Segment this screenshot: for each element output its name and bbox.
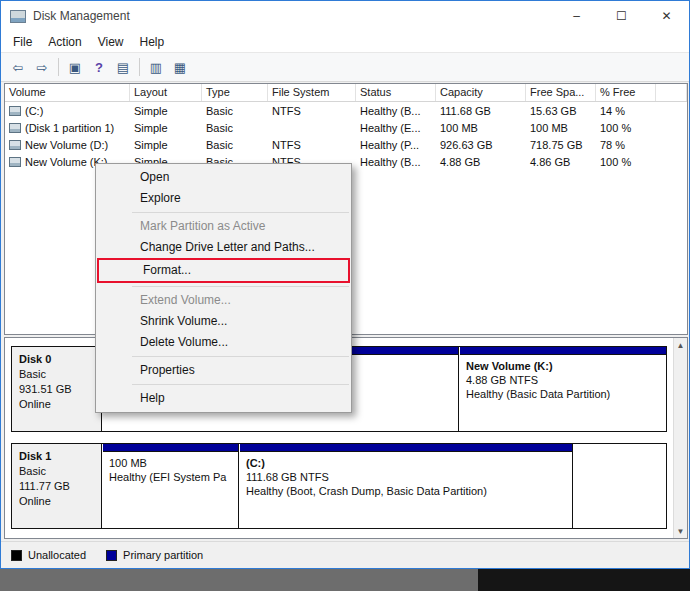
- context-menu-item-open[interactable]: Open: [96, 167, 351, 188]
- context-menu-item-delete-volume[interactable]: Delete Volume...: [96, 332, 351, 353]
- context-menu-item-shrink-volume[interactable]: Shrink Volume...: [96, 311, 351, 332]
- volume-free-space: 718.75 GB: [526, 139, 596, 151]
- legend-label: Primary partition: [123, 549, 203, 561]
- console-tree-icon[interactable]: ▣: [63, 56, 87, 79]
- column-header-layout[interactable]: Layout: [130, 84, 202, 101]
- partition-health: Healthy (Boot, Crash Dump, Basic Data Pa…: [246, 484, 566, 498]
- disk-1-graphic: 100 MB Healthy (EFI System Pa (C:) 111.6…: [103, 444, 666, 528]
- menu-separator: [132, 212, 349, 213]
- column-header-status[interactable]: Status: [356, 84, 436, 101]
- volume-capacity: 4.88 GB: [436, 156, 526, 168]
- partition-health: Healthy (Basic Data Partition): [466, 387, 660, 401]
- partition-size: 4.88 GB NTFS: [466, 373, 660, 387]
- graphical-view-icon[interactable]: ▦: [168, 56, 192, 79]
- volume-icon: [9, 123, 21, 133]
- volume-list-header: Volume Layout Type File System Status Ca…: [5, 84, 687, 102]
- volume-name: (C:): [25, 105, 43, 117]
- volume-free-space: 4.86 GB: [526, 156, 596, 168]
- volume-status: Healthy (B...: [356, 156, 436, 168]
- volume-type: Basic: [202, 122, 268, 134]
- volume-icon: [9, 140, 21, 150]
- disk-size: 931.51 GB: [19, 382, 94, 397]
- disk-list-view-icon[interactable]: ▥: [144, 56, 168, 79]
- column-header-file-system[interactable]: File System: [268, 84, 356, 101]
- partition-new-volume-k[interactable]: New Volume (K:) 4.88 GB NTFS Healthy (Ba…: [460, 347, 666, 431]
- primary-partition-strip: [460, 347, 666, 355]
- disk-name: Disk 0: [19, 352, 94, 367]
- legend-bar: Unallocated Primary partition: [1, 541, 689, 568]
- volume-type: Basic: [202, 139, 268, 151]
- forward-icon[interactable]: ⇨: [30, 56, 54, 79]
- volume-pct-free: 100 %: [596, 156, 656, 168]
- menu-view[interactable]: View: [90, 33, 132, 51]
- scroll-down-icon[interactable]: ▼: [674, 524, 687, 538]
- toolbar-separator: [58, 58, 59, 76]
- menu-help[interactable]: Help: [132, 33, 173, 51]
- partition-health: Healthy (EFI System Pa: [109, 470, 232, 484]
- volume-free-space: 100 MB: [526, 122, 596, 134]
- toolbar: ⇦ ⇨ ▣ ? ▤ ▥ ▦: [1, 52, 689, 82]
- context-menu-item-extend-volume: Extend Volume...: [96, 290, 351, 311]
- disk-name: Disk 1: [19, 449, 94, 464]
- menu-separator: [132, 384, 349, 385]
- context-menu-item-format[interactable]: Format...: [99, 260, 348, 281]
- volume-status: Healthy (B...: [356, 105, 436, 117]
- partition-name: New Volume (K:): [466, 359, 660, 373]
- column-header-capacity[interactable]: Capacity: [436, 84, 526, 101]
- table-row[interactable]: (Disk 1 partition 1) Simple Basic Health…: [5, 119, 687, 136]
- disk-status: Online: [19, 397, 94, 412]
- volume-icon: [9, 106, 21, 116]
- maximize-button[interactable]: ☐: [599, 1, 644, 31]
- unallocated-swatch-icon: [11, 550, 22, 561]
- volume-context-menu: Open Explore Mark Partition as Active Ch…: [95, 163, 352, 413]
- volume-layout: Simple: [130, 122, 202, 134]
- disk-size: 111.77 GB: [19, 479, 94, 494]
- legend-primary-partition: Primary partition: [106, 549, 203, 561]
- context-menu-item-explore[interactable]: Explore: [96, 188, 351, 209]
- disk-1-label[interactable]: Disk 1 Basic 111.77 GB Online: [12, 444, 102, 528]
- volume-capacity: 926.63 GB: [436, 139, 526, 151]
- vertical-scrollbar[interactable]: ▲ ▼: [673, 338, 687, 538]
- menu-file[interactable]: File: [5, 33, 40, 51]
- volume-pct-free: 100 %: [596, 122, 656, 134]
- volume-layout: Simple: [130, 105, 202, 117]
- context-menu-item-properties[interactable]: Properties: [96, 360, 351, 381]
- column-header-volume[interactable]: Volume: [5, 84, 130, 101]
- table-row[interactable]: New Volume (D:) Simple Basic NTFS Health…: [5, 136, 687, 153]
- context-menu-item-help[interactable]: Help: [96, 388, 351, 409]
- menubar: File Action View Help: [1, 31, 689, 52]
- taskbar-dark-segment: [478, 569, 690, 591]
- volume-free-space: 15.63 GB: [526, 105, 596, 117]
- disk-type: Basic: [19, 464, 94, 479]
- disk-1-row: Disk 1 Basic 111.77 GB Online 100 MB Hea…: [11, 443, 667, 529]
- window-title: Disk Management: [33, 9, 130, 23]
- table-row[interactable]: (C:) Simple Basic NTFS Healthy (B... 111…: [5, 102, 687, 119]
- help-icon[interactable]: ?: [87, 56, 111, 79]
- disk-0-label[interactable]: Disk 0 Basic 931.51 GB Online: [12, 347, 102, 431]
- empty-region: [574, 444, 666, 528]
- legend-label: Unallocated: [28, 549, 86, 561]
- window-controls: – ☐ ✕: [554, 1, 689, 31]
- toolbar-separator: [139, 58, 140, 76]
- action-pane-icon[interactable]: ▤: [111, 56, 135, 79]
- scroll-up-icon[interactable]: ▲: [674, 338, 687, 352]
- close-button[interactable]: ✕: [644, 1, 689, 31]
- menu-action[interactable]: Action: [40, 33, 89, 51]
- partition-efi-system[interactable]: 100 MB Healthy (EFI System Pa: [103, 444, 239, 528]
- minimize-button[interactable]: –: [554, 1, 599, 31]
- context-menu-item-change-drive-letter[interactable]: Change Drive Letter and Paths...: [96, 237, 351, 258]
- taskbar-strip: [0, 569, 690, 591]
- partition-size: 111.68 GB NTFS: [246, 470, 566, 484]
- legend-unallocated: Unallocated: [11, 549, 86, 561]
- volume-file-system: NTFS: [268, 105, 356, 117]
- volume-capacity: 111.68 GB: [436, 105, 526, 117]
- volume-pct-free: 14 %: [596, 105, 656, 117]
- back-icon[interactable]: ⇦: [6, 56, 30, 79]
- disk-management-app-icon: [10, 10, 26, 23]
- volume-pct-free: 78 %: [596, 139, 656, 151]
- partition-c-drive[interactable]: (C:) 111.68 GB NTFS Healthy (Boot, Crash…: [240, 444, 573, 528]
- column-header-pct-free[interactable]: % Free: [596, 84, 656, 101]
- column-header-free-space[interactable]: Free Spa...: [526, 84, 596, 101]
- column-header-type[interactable]: Type: [202, 84, 268, 101]
- volume-file-system: NTFS: [268, 139, 356, 151]
